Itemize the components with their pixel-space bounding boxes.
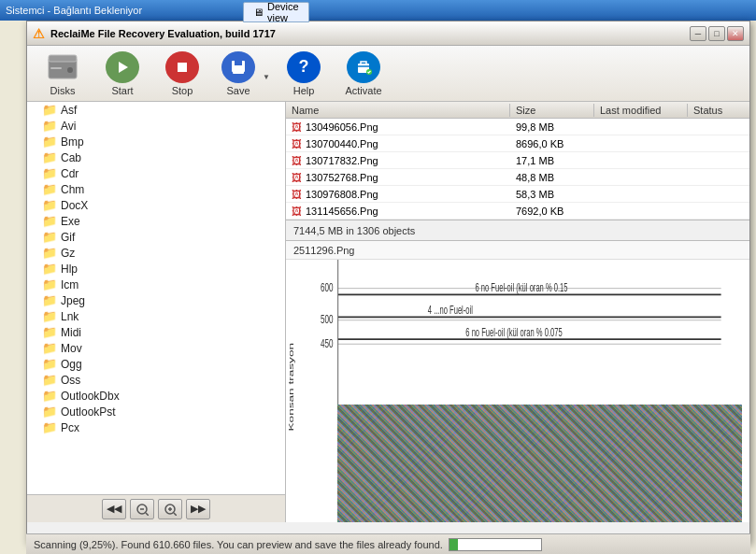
stop-button[interactable]: Stop bbox=[154, 50, 210, 98]
tree-item[interactable]: 📁Chm bbox=[27, 181, 285, 197]
file-cell-size: 48,8 MB bbox=[510, 171, 594, 184]
tree-item[interactable]: 📁Lnk bbox=[27, 308, 285, 324]
folder-icon: 📁 bbox=[42, 389, 57, 403]
status-bar: Scanning (9,25%). Found 610.660 files. Y… bbox=[26, 533, 750, 554]
tree-item[interactable]: 📁Hlp bbox=[27, 261, 285, 277]
tree-item[interactable]: 📁Oss bbox=[27, 372, 285, 388]
preview-filename: 2511296.Png bbox=[286, 241, 749, 260]
col-header-name[interactable]: Name bbox=[286, 104, 510, 117]
col-header-status[interactable]: Status bbox=[688, 104, 735, 117]
summary-text: 7144,5 MB in 1306 objects bbox=[293, 225, 415, 236]
folder-tree[interactable]: 📁Asf📁Avi📁Bmp📁Cab📁Cdr📁Chm📁DocX📁Exe📁Gif📁Gz… bbox=[27, 102, 285, 494]
tree-item[interactable]: 📁Icm bbox=[27, 277, 285, 292]
tree-item[interactable]: 📁Exe bbox=[27, 213, 285, 229]
file-cell-name: 🖼 131145656.Png bbox=[286, 205, 510, 218]
tree-panel: 📁Asf📁Avi📁Bmp📁Cab📁Cdr📁Chm📁DocX📁Exe📁Gif📁Gz… bbox=[27, 102, 285, 494]
file-cell-modified bbox=[594, 126, 688, 128]
tree-item-label: Gif bbox=[61, 231, 75, 244]
file-cell-size: 7692,0 KB bbox=[510, 205, 594, 218]
file-icon: 🖼 bbox=[292, 172, 302, 183]
tree-item[interactable]: 📁OutlookDbx bbox=[27, 388, 285, 404]
save-button[interactable]: Save bbox=[214, 50, 263, 98]
stop-label: Stop bbox=[172, 85, 193, 96]
nav-last-button[interactable]: ▶▶ bbox=[186, 499, 210, 519]
preview-area: 2511296.Png Konsan trasyon 600 500 450 bbox=[286, 241, 749, 522]
file-cell-size: 58,3 MB bbox=[510, 188, 594, 201]
file-name: 131145656.Png bbox=[306, 206, 378, 217]
nav-zoom-out-button[interactable] bbox=[130, 499, 154, 519]
nav-zoom-in-button[interactable] bbox=[158, 499, 182, 519]
tree-item[interactable]: 📁Midi bbox=[27, 324, 285, 340]
save-dropdown-arrow[interactable]: ▼ bbox=[263, 50, 272, 98]
minimize-button[interactable]: ─ bbox=[690, 26, 706, 41]
file-cell-modified bbox=[594, 193, 688, 195]
tree-item-label: Exe bbox=[61, 215, 80, 228]
start-icon bbox=[106, 51, 139, 83]
tree-item[interactable]: 📁Ogg bbox=[27, 356, 285, 372]
stop-icon bbox=[165, 51, 199, 83]
col-header-modified[interactable]: Last modified bbox=[594, 104, 688, 117]
disks-button[interactable]: Disks bbox=[35, 50, 91, 98]
svg-text:Konsan trasyon: Konsan trasyon bbox=[287, 343, 295, 432]
tree-item-label: Cdr bbox=[61, 167, 78, 180]
file-icon: 🖼 bbox=[292, 206, 302, 217]
help-label: Help bbox=[293, 85, 315, 96]
close-button[interactable]: ✕ bbox=[727, 26, 744, 41]
tree-item[interactable]: 📁Jpeg bbox=[27, 292, 285, 308]
tree-item-label: Ogg bbox=[61, 358, 82, 371]
nav-first-button[interactable]: ◀◀ bbox=[102, 499, 126, 519]
device-tab-icon: 🖥 bbox=[253, 7, 264, 18]
folder-icon: 📁 bbox=[42, 198, 57, 212]
tree-item[interactable]: 📁Gz bbox=[27, 245, 285, 261]
help-button[interactable]: ? Help bbox=[276, 50, 332, 98]
folder-icon: 📁 bbox=[42, 150, 57, 164]
tree-item[interactable]: 📁Cab bbox=[27, 149, 285, 165]
folder-icon: 📁 bbox=[42, 166, 57, 180]
tree-item-label: Mov bbox=[61, 342, 82, 355]
content-area: 📁Asf📁Avi📁Bmp📁Cab📁Cdr📁Chm📁DocX📁Exe📁Gif📁Gz… bbox=[27, 102, 749, 522]
top-bar: Sistemci - Bağlantı Bekleniyor bbox=[0, 0, 756, 21]
corrupted-image-preview bbox=[337, 405, 742, 522]
main-window: ⚠ ReclaiMe File Recovery Evaluation, bui… bbox=[26, 21, 750, 544]
file-row[interactable]: 🖼 130976808.Png 58,3 MB bbox=[286, 186, 749, 203]
file-row[interactable]: 🖼 130700440.Png 8696,0 KB bbox=[286, 135, 749, 152]
file-name: 130717832.Png bbox=[306, 155, 378, 166]
file-cell-status bbox=[688, 126, 735, 128]
folder-icon: 📁 bbox=[42, 309, 57, 323]
start-button[interactable]: Start bbox=[94, 50, 150, 98]
tree-item[interactable]: 📁DocX bbox=[27, 197, 285, 213]
tree-item[interactable]: 📁Bmp bbox=[27, 134, 285, 149]
folder-icon: 📁 bbox=[42, 262, 57, 276]
svg-text:500: 500 bbox=[321, 312, 333, 326]
folder-icon: 📁 bbox=[42, 230, 57, 244]
file-row[interactable]: 🖼 130717832.Png 17,1 MB bbox=[286, 152, 749, 169]
maximize-button[interactable]: □ bbox=[708, 26, 725, 41]
file-cell-name: 🖼 130717832.Png bbox=[286, 154, 510, 167]
tree-item[interactable]: 📁Cdr bbox=[27, 165, 285, 181]
tree-item[interactable]: 📁Gif bbox=[27, 229, 285, 245]
file-row[interactable]: 🖼 130496056.Png 99,8 MB bbox=[286, 119, 749, 135]
toolbar: Disks Start Stop bbox=[27, 46, 749, 102]
tree-item[interactable]: 📁Avi bbox=[27, 118, 285, 134]
svg-rect-8 bbox=[233, 69, 244, 74]
activate-button[interactable]: Activate bbox=[335, 50, 392, 98]
tree-item[interactable]: 📁OutlookPst bbox=[27, 404, 285, 419]
file-row[interactable]: 🖼 131145656.Png 7692,0 KB bbox=[286, 203, 749, 220]
tree-item[interactable]: 📁Mov bbox=[27, 340, 285, 356]
svg-text:450: 450 bbox=[321, 336, 333, 350]
file-cell-name: 🖼 130976808.Png bbox=[286, 188, 510, 201]
tree-item[interactable]: 📁Pcx bbox=[27, 419, 285, 435]
col-header-size[interactable]: Size bbox=[510, 104, 594, 117]
disks-icon bbox=[48, 54, 78, 80]
svg-text:6 no  Fuel-oil  (kül oran % 0.: 6 no Fuel-oil (kül oran % 0.15 bbox=[475, 280, 567, 294]
tree-item-label: Bmp bbox=[61, 135, 84, 149]
file-name: 130496056.Png bbox=[306, 121, 378, 133]
tree-item[interactable]: 📁Asf bbox=[27, 102, 285, 118]
svg-rect-5 bbox=[178, 63, 187, 72]
device-tab[interactable]: 🖥 Device view bbox=[243, 2, 309, 22]
file-row[interactable]: 🖼 130752768.Png 48,8 MB bbox=[286, 169, 749, 186]
disks-label: Disks bbox=[50, 85, 76, 96]
title-bar-left: ⚠ ReclaiMe File Recovery Evaluation, bui… bbox=[33, 26, 276, 41]
tree-item-label: Chm bbox=[61, 183, 84, 196]
tree-item-label: Hlp bbox=[61, 263, 78, 276]
